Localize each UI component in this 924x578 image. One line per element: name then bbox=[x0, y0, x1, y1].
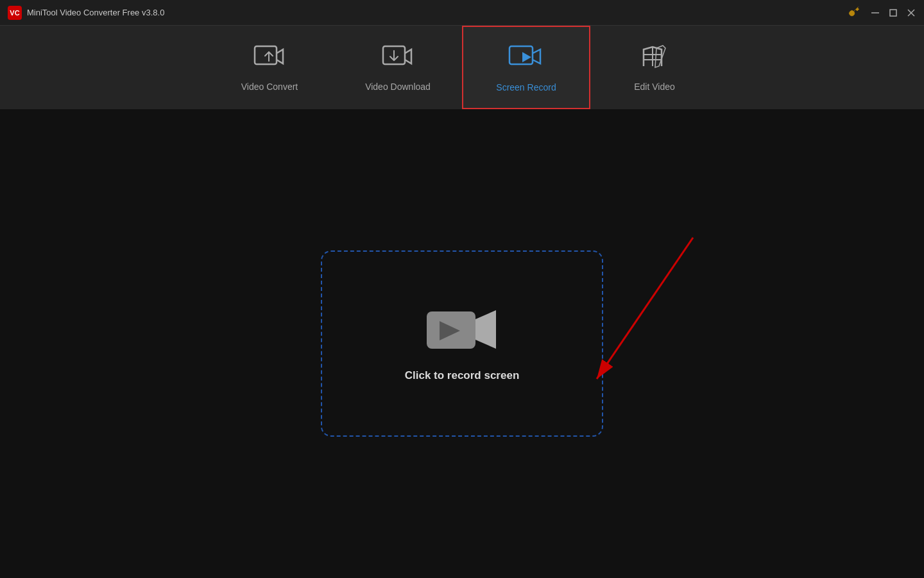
tab-video-download-label: Video Download bbox=[365, 82, 431, 92]
title-bar: VC MiniTool Video Converter Free v3.8.0 bbox=[0, 0, 924, 26]
tab-screen-record-label: Screen Record bbox=[496, 82, 556, 92]
key-icon[interactable] bbox=[848, 6, 860, 20]
edit-video-icon bbox=[638, 43, 671, 74]
screen-record-icon bbox=[508, 42, 544, 74]
close-button[interactable] bbox=[906, 8, 916, 18]
tab-edit-video[interactable]: Edit Video bbox=[590, 26, 719, 109]
record-area[interactable]: Click to record screen bbox=[321, 250, 603, 437]
title-bar-right bbox=[848, 6, 916, 20]
minimize-button[interactable] bbox=[870, 8, 880, 18]
maximize-button[interactable] bbox=[888, 8, 898, 18]
svg-rect-8 bbox=[509, 46, 533, 64]
svg-rect-1 bbox=[890, 10, 896, 16]
camera-icon-wrap bbox=[427, 305, 497, 356]
video-convert-icon bbox=[253, 43, 286, 74]
window-controls bbox=[870, 8, 916, 18]
video-download-icon bbox=[382, 43, 414, 74]
nav-bar: Video Convert Video Download Screen Reco… bbox=[0, 26, 924, 109]
main-content: Click to record screen bbox=[0, 109, 924, 578]
tab-video-convert[interactable]: Video Convert bbox=[205, 26, 334, 109]
app-title: MiniTool Video Converter Free v3.8.0 bbox=[27, 8, 164, 17]
tab-edit-video-label: Edit Video bbox=[634, 82, 675, 92]
tab-screen-record[interactable]: Screen Record bbox=[462, 26, 590, 109]
svg-marker-9 bbox=[522, 52, 531, 62]
tab-video-convert-label: Video Convert bbox=[241, 82, 298, 92]
app-logo: VC bbox=[8, 6, 22, 20]
svg-line-14 bbox=[597, 238, 693, 379]
svg-marker-17 bbox=[475, 310, 496, 349]
camera-icon bbox=[427, 305, 497, 356]
title-bar-left: VC MiniTool Video Converter Free v3.8.0 bbox=[8, 6, 164, 20]
tab-video-download[interactable]: Video Download bbox=[334, 26, 462, 109]
record-label: Click to record screen bbox=[405, 369, 520, 382]
